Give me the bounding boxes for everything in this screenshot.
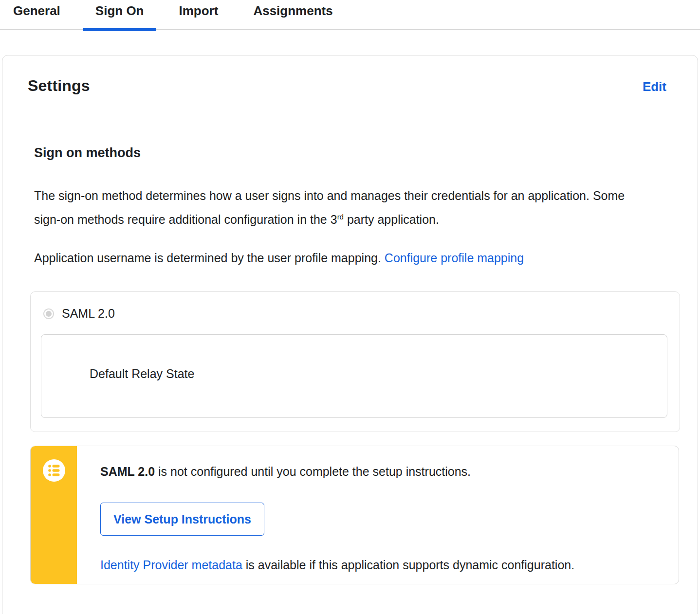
ordinal-superscript: rd (337, 213, 344, 221)
saml-option-box: SAML 2.0 Default Relay State (30, 291, 680, 432)
default-relay-state-label: Default Relay State (90, 367, 194, 380)
settings-card: Settings Edit Sign on methods The sign-o… (2, 55, 698, 614)
callout-body: SAML 2.0 is not configured until you com… (77, 446, 679, 584)
saml-radio-row: SAML 2.0 (43, 307, 667, 321)
app-tab-bar: General Sign On Import Assignments (0, 0, 700, 30)
sign-on-methods-heading: Sign on methods (34, 145, 666, 161)
configure-profile-mapping-link[interactable]: Configure profile mapping (385, 251, 524, 265)
application-username-note: Application username is determined by th… (34, 246, 638, 270)
callout-accent-bar (31, 446, 77, 584)
saml-setup-callout: SAML 2.0 is not configured until you com… (30, 446, 679, 584)
list-icon (43, 459, 65, 482)
settings-card-header: Settings Edit (28, 77, 666, 95)
edit-link[interactable]: Edit (643, 79, 666, 94)
saml-radio-label: SAML 2.0 (62, 307, 115, 321)
description-text-part2: party application. (344, 213, 439, 226)
tab-assignments[interactable]: Assignments (241, 3, 345, 29)
description-text-part1: The sign-on method determines how a user… (34, 189, 625, 226)
username-note-text: Application username is determined by th… (34, 251, 385, 265)
callout-message: SAML 2.0 is not configured until you com… (100, 463, 659, 480)
tab-general[interactable]: General (1, 3, 73, 29)
tab-sign-on[interactable]: Sign On (83, 3, 156, 29)
callout-message-rest: is not configured until you complete the… (155, 465, 471, 478)
settings-title: Settings (28, 77, 90, 95)
saml-radio-button[interactable] (43, 308, 54, 319)
tab-import[interactable]: Import (167, 3, 231, 29)
metadata-note: Identity Provider metadata is available … (100, 556, 659, 574)
sign-on-methods-description: The sign-on method determines how a user… (34, 184, 638, 232)
view-setup-instructions-button[interactable]: View Setup Instructions (100, 503, 264, 536)
callout-message-bold: SAML 2.0 (100, 465, 155, 478)
sign-on-methods-section: Sign on methods The sign-on method deter… (34, 145, 666, 584)
relay-state-panel: Default Relay State (41, 334, 667, 418)
metadata-note-rest: is available if this application support… (242, 558, 574, 572)
identity-provider-metadata-link[interactable]: Identity Provider metadata (100, 558, 242, 572)
